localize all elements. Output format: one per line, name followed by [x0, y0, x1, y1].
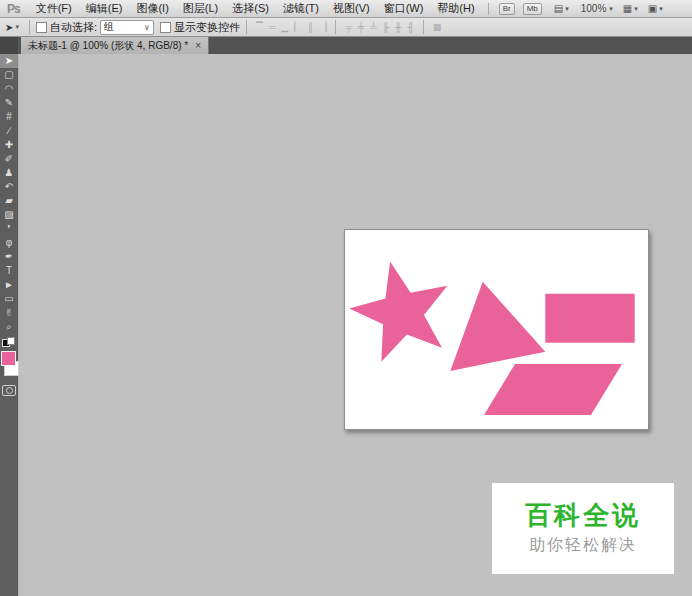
eyedropper-icon: ∕ — [8, 125, 10, 136]
quick-selection-tool[interactable]: ✎ — [0, 96, 18, 110]
zoom-tool[interactable]: ⌕ — [0, 320, 18, 334]
options-divider — [423, 20, 424, 34]
screen-mode-icon[interactable]: ▣ — [648, 3, 657, 14]
triangle-shape[interactable] — [450, 282, 545, 371]
zoom-icon: ⌕ — [6, 321, 12, 332]
eyedropper-tool[interactable]: ∕ — [0, 124, 18, 138]
screen-mode-caret-icon[interactable]: ▾ — [659, 5, 663, 13]
auto-select-value: 组 — [104, 20, 114, 34]
eraser-tool[interactable]: ▰ — [0, 194, 18, 208]
spot-healing-brush-tool[interactable]: ✚ — [0, 138, 18, 152]
hand-tool[interactable]: ✌ — [0, 306, 18, 320]
clone-stamp-tool[interactable]: ♟ — [0, 166, 18, 180]
auto-select-checkbox[interactable] — [36, 22, 47, 33]
shape-tool[interactable]: ▭ — [0, 292, 18, 306]
menu-file[interactable]: 文件(F) — [29, 1, 79, 16]
menu-help[interactable]: 帮助(H) — [430, 1, 481, 16]
auto-select-dropdown[interactable]: 组 ∨ — [100, 20, 154, 35]
star-shape[interactable] — [349, 261, 447, 361]
launch-bridge-button[interactable]: Br — [499, 3, 515, 15]
tool-preset-caret-icon[interactable]: ▾ — [15, 23, 19, 31]
hand-icon: ✌ — [5, 307, 13, 318]
move-tool-preset-icon[interactable]: ➤ — [5, 22, 13, 33]
watermark-card: 百科全说 助你轻松解决 — [492, 483, 674, 574]
launch-mini-bridge-button[interactable]: Mb — [523, 3, 542, 15]
parallelogram-shape[interactable] — [484, 364, 622, 415]
align-left-edges-icon[interactable]: ▏ — [291, 19, 304, 35]
document-tab[interactable]: 未标题-1 @ 100% (形状 4, RGB/8) * × — [21, 37, 209, 54]
crop-tool[interactable]: # — [0, 110, 18, 124]
healing-brush-icon: ✚ — [5, 139, 13, 150]
type-icon: T — [6, 265, 12, 276]
toolbox: ➤ ▢ ◠ ✎ # ∕ ✚ ✐ ♟ ↶ ▰ ▨ ❜ φ ✒ T ► ▭ ✌ ⌕ — [0, 54, 19, 596]
distribute-right-edges-icon[interactable]: ╢ — [404, 19, 416, 35]
align-horizontal-centers-icon[interactable]: ║ — [304, 19, 316, 35]
toolbox-header — [0, 37, 19, 54]
dodge-tool[interactable]: φ — [0, 236, 18, 250]
options-divider — [29, 20, 30, 34]
align-vertical-centers-icon[interactable]: ═ — [266, 19, 278, 35]
lasso-tool[interactable]: ◠ — [0, 82, 18, 96]
show-transform-controls-checkbox[interactable] — [160, 22, 171, 33]
pen-tool[interactable]: ✒ — [0, 250, 18, 264]
canvas-workspace[interactable]: 百科全说 助你轻松解决 — [19, 54, 692, 596]
view-extras-icon[interactable]: ▤ — [554, 3, 563, 14]
photoshop-logo: Ps — [4, 2, 29, 16]
brush-icon: ✐ — [5, 153, 13, 164]
menu-edit[interactable]: 编辑(E) — [79, 1, 130, 16]
distribute-vertical-centers-icon[interactable]: ╪ — [355, 19, 367, 35]
path-selection-tool[interactable]: ► — [0, 278, 18, 292]
options-divider — [246, 20, 247, 34]
menu-select[interactable]: 选择(S) — [225, 1, 276, 16]
photoshop-window: Ps 文件(F) 编辑(E) 图像(I) 图层(L) 选择(S) 滤镜(T) 视… — [0, 0, 692, 596]
color-swatches — [0, 349, 18, 379]
gradient-icon: ▨ — [4, 209, 13, 220]
foreground-color-swatch[interactable] — [1, 351, 16, 366]
dodge-icon: φ — [6, 237, 12, 248]
arrange-documents-icon[interactable]: ▦ — [623, 3, 632, 14]
arrange-documents-caret-icon[interactable]: ▾ — [634, 5, 638, 13]
align-top-edges-icon[interactable]: ▔ — [253, 19, 266, 35]
history-brush-tool[interactable]: ↶ — [0, 180, 18, 194]
blur-tool[interactable]: ❜ — [0, 222, 18, 236]
history-brush-icon: ↶ — [5, 181, 13, 192]
move-tool[interactable]: ➤ — [0, 54, 18, 68]
marquee-icon: ▢ — [4, 69, 13, 80]
clone-stamp-icon: ♟ — [5, 167, 14, 178]
document-title: 未标题-1 @ 100% (形状 4, RGB/8) * — [28, 39, 188, 53]
path-selection-icon: ► — [4, 279, 14, 290]
eraser-icon: ▰ — [5, 195, 13, 206]
distribute-bottom-edges-icon[interactable]: ╧ — [367, 19, 379, 35]
auto-select-label: 自动选择: — [50, 20, 97, 35]
align-bottom-edges-icon[interactable]: ▁ — [278, 19, 291, 35]
close-icon[interactable]: × — [195, 40, 201, 51]
view-extras-caret-icon[interactable]: ▾ — [565, 5, 569, 13]
menu-layer[interactable]: 图层(L) — [176, 1, 225, 16]
rectangular-marquee-tool[interactable]: ▢ — [0, 68, 18, 82]
gradient-tool[interactable]: ▨ — [0, 208, 18, 222]
default-colors-icon[interactable] — [2, 337, 16, 347]
align-right-edges-icon[interactable]: ▕ — [317, 19, 330, 35]
auto-align-layers-icon[interactable]: ▦ — [430, 19, 445, 35]
zoom-level-value[interactable]: 100% — [581, 3, 607, 14]
brush-tool[interactable]: ✐ — [0, 152, 18, 166]
menu-filter[interactable]: 滤镜(T) — [276, 1, 326, 16]
tool-options-bar: ➤ ▾ 自动选择: 组 ∨ 显示变换控件 ▔ ═ ▁ ▏ ║ ▕ ╤ ╪ ╧ ╟… — [0, 18, 692, 37]
crop-icon: # — [6, 111, 12, 122]
menu-window[interactable]: 窗口(W) — [377, 1, 431, 16]
quick-selection-icon: ✎ — [5, 97, 13, 108]
menu-view[interactable]: 视图(V) — [326, 1, 377, 16]
quick-mask-icon[interactable] — [2, 385, 16, 396]
lasso-icon: ◠ — [5, 83, 14, 94]
rectangle-shape[interactable] — [545, 294, 634, 343]
menu-image[interactable]: 图像(I) — [129, 1, 175, 16]
zoom-level-caret-icon[interactable]: ▾ — [609, 5, 613, 13]
document-canvas[interactable] — [344, 229, 649, 430]
blur-icon: ❜ — [7, 223, 10, 234]
distribute-left-edges-icon[interactable]: ╟ — [380, 19, 392, 35]
move-tool-icon: ➤ — [5, 55, 13, 66]
document-tab-bar: 未标题-1 @ 100% (形状 4, RGB/8) * × — [0, 37, 692, 54]
type-tool[interactable]: T — [0, 264, 18, 278]
distribute-top-edges-icon[interactable]: ╤ — [342, 19, 354, 35]
distribute-horizontal-centers-icon[interactable]: ╫ — [392, 19, 404, 35]
